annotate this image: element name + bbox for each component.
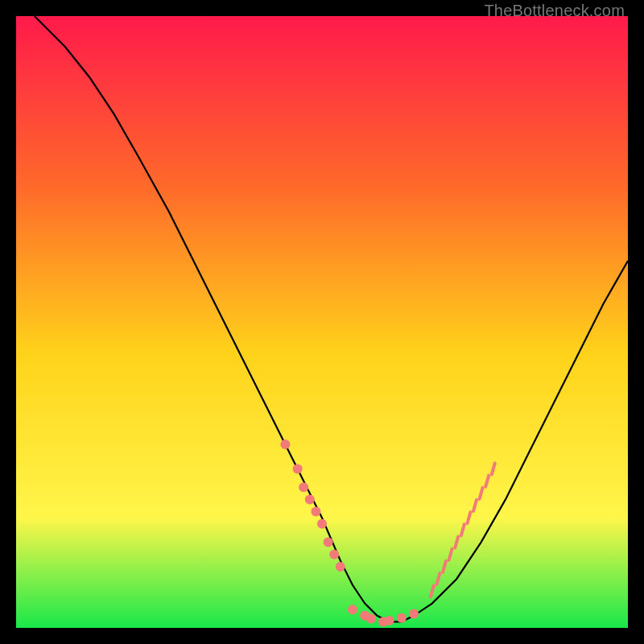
watermark-text: TheBottleneck.com — [484, 2, 625, 20]
marker-dot — [293, 464, 303, 473]
marker-dot — [299, 482, 308, 492]
marker-dot — [280, 440, 290, 449]
gradient-background — [16, 16, 628, 628]
chart-svg — [16, 16, 628, 628]
marker-dot — [324, 538, 333, 547]
marker-dot — [317, 519, 327, 529]
marker-dot — [329, 550, 339, 559]
marker-dot — [311, 507, 320, 517]
marker-dot — [305, 494, 315, 504]
marker-dot — [385, 616, 394, 625]
marker-dot — [348, 605, 357, 614]
marker-dot — [336, 562, 345, 572]
marker-dot — [366, 614, 376, 624]
marker-dot — [409, 609, 419, 619]
marker-dot — [397, 613, 407, 623]
